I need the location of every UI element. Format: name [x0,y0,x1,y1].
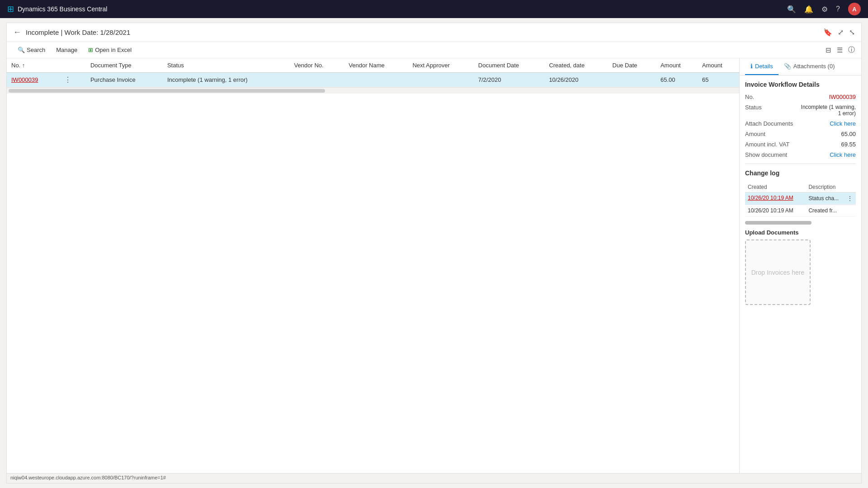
detail-value-amount: 65.00 [801,131,856,137]
user-avatar[interactable]: A [848,3,861,15]
horizontal-scrollbar[interactable] [7,87,739,94]
col-doc-date[interactable]: Document Date [474,58,545,73]
detail-row-amount-vat: Amount incl. VAT 69.55 [745,141,856,148]
page-header-right: 🔖 ⤢ ⤡ [823,28,855,37]
invoices-table: No. ↑ Document Type Status Vendor No. Ve… [7,58,739,87]
share-icon[interactable]: ⤢ [838,28,844,37]
app-title-area: ⊞ Dynamics 365 Business Central [7,4,107,14]
main-content: No. ↑ Document Type Status Vendor No. Ve… [7,58,861,473]
manage-button[interactable]: Manage [52,45,82,55]
top-nav-icons: 🔍 🔔 ⚙ ? A [787,3,861,15]
detail-row-amount: Amount 65.00 [745,131,856,137]
details-tab-label: Details [755,63,773,70]
col-next-approver[interactable]: Next Approver [408,58,473,73]
list-view-icon[interactable]: ☰ [837,46,843,54]
toolbar-right: ⊟ ☰ ⓘ [826,46,855,54]
detail-row-attach: Attach Documents Click here [745,120,856,127]
detail-row-status: Status Incomplete (1 warning, 1 error) [745,104,856,117]
page-header-left: ← Incomplete | Work Date: 1/28/2021 [13,28,130,37]
changelog-date-link-1[interactable]: 10/26/20 10:19 AM [748,195,793,201]
detail-value-amount-vat: 69.55 [801,141,856,148]
search-btn-icon: 🔍 [18,47,25,53]
cell-vendor-name [344,73,408,87]
detail-row-no: No. IW000039 [745,94,856,100]
detail-label-no: No. [745,94,801,100]
fullscreen-icon[interactable]: ⤡ [849,28,855,37]
settings-icon[interactable]: ⚙ [821,5,828,14]
detail-label-status: Status [745,104,801,111]
detail-value-no[interactable]: IW000039 [801,94,856,100]
detail-label-amount: Amount [745,131,801,137]
filter-icon[interactable]: ⊟ [826,46,831,54]
cell-doc-date: 7/2/2020 [474,73,545,87]
changelog-row-2[interactable]: 10/26/20 10:19 AM Created fr... [745,205,856,216]
table-area: No. ↑ Document Type Status Vendor No. Ve… [7,58,739,473]
open-excel-button[interactable]: ⊞ Open in Excel [84,45,136,55]
invoice-link[interactable]: IW000039 [11,76,38,83]
toolbar-left: 🔍 Search Manage ⊞ Open in Excel [13,45,136,55]
search-icon[interactable]: 🔍 [787,5,796,14]
excel-icon: ⊞ [88,47,93,53]
bookmark-icon[interactable]: 🔖 [823,28,832,37]
scroll-bar[interactable] [745,221,811,225]
changelog-title: Change log [745,169,856,177]
right-panel: ℹ Details 📎 Attachments (0) Invoice Work… [739,58,861,473]
page-title: Incomplete | Work Date: 1/28/2021 [26,28,130,36]
col-doctype-label[interactable]: Document Type [86,58,163,73]
detail-value-show-doc[interactable]: Click here [801,151,856,158]
changelog-cell-desc-2: Created fr... [806,205,856,216]
detail-label-amount-vat: Amount incl. VAT [745,141,801,148]
col-vendor-no[interactable]: Vendor No. [290,58,344,73]
divider-1 [745,164,856,164]
cell-vendor-no [290,73,344,87]
cell-due-date [608,73,656,87]
cell-amount2: 65 [698,73,739,87]
page-header: ← Incomplete | Work Date: 1/28/2021 🔖 ⤢ … [7,23,861,42]
status-url: niqiw04.westeurope.cloudapp.azure.com:80… [10,475,166,480]
back-button[interactable]: ← [13,28,21,37]
help-icon[interactable]: ? [836,5,840,13]
status-bar: niqiw04.westeurope.cloudapp.azure.com:80… [7,473,861,483]
search-btn-label: Search [27,47,45,53]
changelog-table: Created Description 10/26/20 10:19 AM St… [745,182,856,216]
col-amount2[interactable]: Amount [698,58,739,73]
drop-zone-text: Drop Invoices here [751,269,805,276]
col-due-date[interactable]: Due Date [608,58,656,73]
tab-attachments[interactable]: 📎 Attachments (0) [778,58,840,75]
table-row[interactable]: IW000039 ⋮ Purchase Invoice Incomplete (… [7,73,739,87]
cell-next-approver [408,73,473,87]
attachments-tab-icon: 📎 [784,63,791,70]
upload-section: Upload Documents Drop Invoices here [745,229,856,305]
detail-row-show-doc: Show document Click here [745,151,856,158]
col-no[interactable]: No. ↑ [7,58,58,73]
search-button[interactable]: 🔍 Search [13,45,50,55]
changelog-menu-icon-1[interactable]: ⋮ [847,195,853,202]
panel-tabs: ℹ Details 📎 Attachments (0) [740,58,861,75]
panel-content: Invoice Workflow Details No. IW000039 St… [740,75,861,473]
col-status[interactable]: Status [163,58,290,73]
cell-no[interactable]: IW000039 [7,73,58,87]
cell-status: Incomplete (1 warning, 1 error) [163,73,290,87]
attachments-tab-label: Attachments (0) [793,63,835,70]
changelog-row-1[interactable]: 10/26/20 10:19 AM Status cha... ⋮ [745,192,856,205]
col-amount[interactable]: Amount [656,58,698,73]
app-title: Dynamics 365 Business Central [18,5,107,13]
detail-value-attach[interactable]: Click here [801,120,856,127]
scroll-thumb[interactable] [9,89,325,93]
notification-icon[interactable]: 🔔 [804,5,813,14]
page-area: ← Incomplete | Work Date: 1/28/2021 🔖 ⤢ … [6,23,862,483]
changelog-header-row: Created Description [745,182,856,192]
drop-zone[interactable]: Drop Invoices here [745,239,811,305]
changelog-cell-date-1[interactable]: 10/26/20 10:19 AM [745,192,806,205]
tab-details[interactable]: ℹ Details [745,58,778,75]
cell-menu[interactable]: ⋮ [58,73,86,87]
changelog-cell-date-2: 10/26/20 10:19 AM [745,205,806,216]
info-icon[interactable]: ⓘ [848,46,855,54]
col-vendor-name[interactable]: Vendor Name [344,58,408,73]
col-created-date[interactable]: Created, date [544,58,608,73]
changelog-cell-desc-1: Status cha... ⋮ [806,192,856,205]
toolbar: 🔍 Search Manage ⊞ Open in Excel ⊟ ☰ ⓘ [7,42,861,58]
row-menu-icon[interactable]: ⋮ [62,76,73,84]
col-doctype[interactable] [58,58,86,73]
changelog-scroll-indicator [745,221,856,225]
